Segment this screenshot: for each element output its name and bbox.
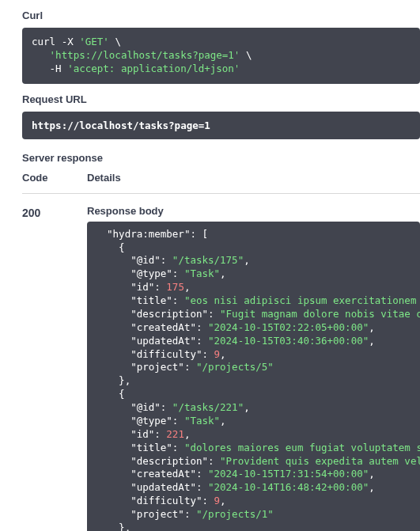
json-punc: :: [202, 348, 214, 360]
json-punc: },: [119, 522, 131, 531]
json-punc: ,: [220, 495, 226, 506]
json-punc: :: [196, 335, 208, 347]
status-code: 200: [22, 205, 87, 531]
json-punc: :: [172, 267, 184, 279]
json-punc: :: [190, 228, 202, 240]
json-str: "2024-10-15T02:22:05+00:00": [208, 321, 369, 333]
json-key: "id": [131, 428, 154, 440]
json-key: "title": [131, 294, 172, 306]
curl-header: 'accept: application/ld+json': [67, 63, 240, 74]
json-punc: },: [119, 374, 131, 386]
json-punc: :: [184, 508, 196, 520]
json-punc: ,: [184, 281, 191, 293]
json-key: "title": [131, 442, 172, 453]
json-key: "project": [131, 361, 184, 373]
json-key: "@type": [131, 267, 172, 279]
response-header-row: Code Details: [22, 172, 420, 194]
json-punc: ,: [244, 254, 250, 266]
json-key: "description": [131, 308, 208, 320]
json-str: "/tasks/221": [172, 401, 244, 413]
json-punc: :: [154, 281, 166, 293]
json-punc: ,: [220, 348, 226, 360]
json-punc: ,: [220, 415, 226, 427]
json-key: "updatedAt": [131, 335, 196, 347]
json-str: "/projects/5": [196, 361, 274, 373]
json-num: 221: [166, 428, 184, 440]
json-str: "Task": [184, 267, 220, 279]
response-body-json: "hydra:member": [ { "@id": "/tasks/175",…: [87, 222, 420, 531]
curl-method: 'GET': [79, 36, 109, 47]
json-key: "description": [131, 455, 208, 467]
json-punc: :: [196, 481, 208, 493]
json-punc: :: [161, 254, 172, 266]
curl-cont2: \: [240, 49, 252, 61]
json-punc: ,: [369, 335, 375, 347]
json-punc: ,: [369, 481, 375, 493]
json-str: "dolores maiores eum fugiat voluptatem s…: [184, 442, 420, 453]
response-table: Code Details 200 Response body "hydra:me…: [22, 172, 420, 531]
json-str: "/projects/1": [196, 508, 274, 520]
json-str: "2024-10-15T03:40:36+00:00": [208, 335, 369, 347]
json-punc: ,: [184, 428, 191, 440]
response-body-label: Response body: [87, 205, 420, 217]
json-key: "difficulty": [131, 495, 202, 506]
details-header: Details: [87, 172, 121, 184]
curl-label: Curl: [22, 9, 420, 21]
json-punc: ,: [369, 468, 375, 480]
json-key: "difficulty": [131, 348, 202, 360]
json-key: "updatedAt": [131, 481, 196, 493]
request-url-label: Request URL: [22, 93, 420, 105]
json-punc: ,: [220, 267, 226, 279]
curl-indent2: [32, 49, 50, 61]
server-response-label: Server response: [22, 152, 420, 164]
json-punc: :: [172, 415, 184, 427]
json-str: "Provident quis expedita autem vel. S: [220, 455, 420, 467]
json-key: "id": [131, 281, 154, 293]
json-punc: :: [172, 442, 184, 453]
request-url-value: https://localhost/tasks?page=1: [22, 112, 420, 139]
curl-url: 'https://localhost/tasks?page=1': [50, 49, 240, 61]
json-str: "Fugit magnam dolore nobis vitae offi: [220, 308, 420, 320]
json-str: "eos nisi adipisci ipsum exercitationem …: [184, 294, 420, 306]
json-punc: :: [196, 321, 208, 333]
details-col: Response body "hydra:member": [ { "@id":…: [87, 205, 420, 531]
json-punc: ,: [244, 401, 250, 413]
json-punc: :: [184, 361, 196, 373]
json-key: "@type": [131, 415, 172, 427]
json-str: "/tasks/175": [172, 254, 244, 266]
json-punc: :: [172, 294, 184, 306]
curl-indent3: [32, 63, 50, 74]
json-punc: :: [208, 455, 220, 467]
json-key: "hydra:member": [107, 228, 190, 240]
json-punc: [: [202, 228, 208, 240]
json-punc: :: [196, 468, 208, 480]
curl-cont1: \: [109, 36, 121, 47]
json-key: "project": [131, 508, 184, 520]
json-num: 175: [166, 281, 184, 293]
json-punc: ,: [369, 321, 375, 333]
json-punc: :: [202, 495, 214, 506]
json-punc: {: [119, 388, 125, 400]
json-key: "@id": [131, 401, 161, 413]
response-row: 200 Response body "hydra:member": [ { "@…: [22, 205, 420, 531]
json-key: "createdAt": [131, 468, 196, 480]
json-str: "2024-10-15T17:31:54+00:00": [208, 468, 369, 480]
json-num: 9: [214, 495, 221, 506]
json-str: "2024-10-14T16:48:42+00:00": [208, 481, 369, 493]
json-str: "Task": [184, 415, 220, 427]
json-punc: :: [208, 308, 220, 320]
curl-flag: -H: [50, 63, 68, 74]
json-punc: :: [161, 401, 172, 413]
json-key: "@id": [131, 254, 161, 266]
json-punc: {: [119, 241, 125, 253]
json-punc: :: [154, 428, 166, 440]
curl-block: curl -X 'GET' \ 'https://localhost/tasks…: [22, 28, 420, 84]
json-key: "createdAt": [131, 321, 196, 333]
curl-cmd: curl -X: [32, 36, 79, 47]
code-header: Code: [22, 172, 87, 184]
json-num: 9: [214, 348, 221, 360]
